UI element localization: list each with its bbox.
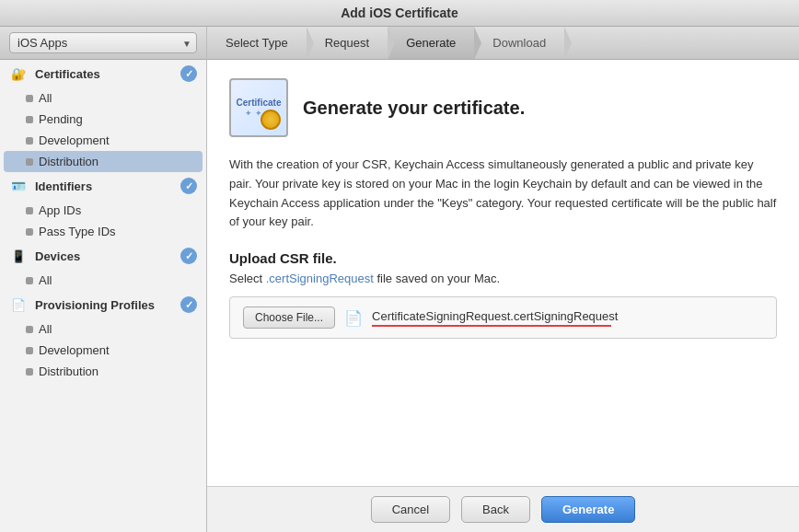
sidebar: iOS Apps Mac Apps tvOS Apps ▼ 🔐 Certific… [0, 27, 207, 532]
identifiers-section: 🪪 Identifiers ✓ App IDs Pass Type IDs [0, 172, 206, 242]
app-ids-label: App IDs [39, 203, 81, 217]
tab-generate-label: Generate [406, 36, 456, 50]
certificates-icon: 🔐 [11, 66, 26, 81]
devices-label: Devices [35, 249, 80, 263]
identifiers-section-header[interactable]: 🪪 Identifiers ✓ [0, 172, 206, 200]
pass-type-ids-label: Pass Type IDs [39, 225, 116, 238]
certificates-check-icon: ✓ [180, 65, 197, 82]
provisioning-icon: 📄 [11, 297, 26, 312]
sidebar-top: iOS Apps Mac Apps tvOS Apps ▼ [0, 27, 206, 60]
generate-header: Certificate ✦ ✦ ✦ Generate your certific… [229, 78, 777, 137]
app-type-dropdown-wrapper: iOS Apps Mac Apps tvOS Apps ▼ [9, 32, 197, 53]
pp-all-dot [26, 326, 33, 333]
generate-title: Generate your certificate. [303, 98, 525, 119]
cert-dev-dot [26, 137, 33, 145]
tab-download-label: Download [492, 36, 546, 50]
sidebar-item-pp-all[interactable]: All [0, 318, 206, 340]
provisioning-check-icon: ✓ [180, 296, 197, 313]
sidebar-item-cert-distribution[interactable]: Distribution [4, 151, 203, 172]
generate-button[interactable]: Generate [541, 496, 635, 523]
cert-seal [261, 110, 281, 130]
title-bar: Add iOS Certificate [0, 0, 799, 27]
provisioning-profiles-section: 📄 Provisioning Profiles ✓ All Developmen… [0, 291, 206, 382]
cert-signing-request-link[interactable]: .certSigningRequest [266, 272, 374, 285]
identifiers-check-icon: ✓ [180, 178, 197, 194]
file-upload-row: Choose File... 📄 CertificateSigningReque… [229, 296, 777, 339]
content-body: Certificate ✦ ✦ ✦ Generate your certific… [207, 60, 799, 486]
upload-section-title: Upload CSR file. [229, 250, 777, 266]
certificate-icon: Certificate ✦ ✦ ✦ [229, 78, 288, 137]
provisioning-profiles-label: Provisioning Profiles [35, 298, 155, 312]
content-area: Select Type Request Generate Download Ce… [207, 27, 799, 532]
sidebar-item-pp-development[interactable]: Development [0, 340, 206, 361]
devices-check-icon: ✓ [180, 248, 197, 264]
file-name: CertificateSigningRequest.certSigningReq… [372, 309, 618, 323]
file-underline-decoration [372, 325, 611, 327]
choose-file-button[interactable]: Choose File... [243, 306, 335, 329]
tab-request[interactable]: Request [307, 27, 388, 59]
cert-all-dot [26, 95, 33, 102]
cancel-button[interactable]: Cancel [371, 496, 450, 523]
tab-download[interactable]: Download [474, 27, 564, 59]
sidebar-item-pass-type-ids[interactable]: Pass Type IDs [0, 221, 206, 242]
cert-dist-dot [26, 158, 33, 166]
step-tabs: Select Type Request Generate Download [207, 27, 799, 60]
sidebar-item-pp-distribution[interactable]: Distribution [0, 361, 206, 382]
back-button[interactable]: Back [461, 496, 530, 523]
identifiers-icon: 🪪 [11, 179, 26, 193]
cert-pending-dot [26, 116, 33, 123]
body-text: With the creation of your CSR, Keychain … [229, 156, 777, 232]
content-footer: Cancel Back Generate [207, 486, 799, 532]
file-name-wrapper: CertificateSigningRequest.certSigningReq… [372, 309, 618, 327]
certificates-label: Certificates [35, 67, 100, 81]
devices-all-label: All [39, 273, 52, 287]
identifiers-label: Identifiers [35, 179, 92, 193]
sidebar-item-cert-development[interactable]: Development [0, 130, 206, 151]
sidebar-item-cert-pending[interactable]: Pending [0, 109, 206, 130]
pp-dev-dot [26, 347, 33, 354]
certificates-section-header[interactable]: 🔐 Certificates ✓ [0, 60, 206, 87]
tab-request-label: Request [325, 36, 369, 50]
tab-select-type-label: Select Type [226, 36, 288, 50]
upload-section-subtitle: Select .certSigningRequest file saved on… [229, 272, 777, 285]
pp-dist-dot [26, 368, 33, 376]
pp-all-label: All [39, 322, 52, 336]
sidebar-item-app-ids[interactable]: App IDs [0, 200, 206, 221]
cert-dist-label: Distribution [39, 155, 98, 168]
devices-icon: 📱 [11, 249, 26, 263]
devices-section: 📱 Devices ✓ All [0, 242, 206, 291]
provisioning-profiles-section-header[interactable]: 📄 Provisioning Profiles ✓ [0, 291, 206, 318]
devices-all-dot [26, 277, 33, 284]
sidebar-item-devices-all[interactable]: All [0, 270, 206, 291]
cert-pending-label: Pending [39, 112, 83, 126]
tab-generate[interactable]: Generate [388, 27, 474, 59]
pass-type-ids-dot [26, 228, 33, 236]
file-icon: 📄 [344, 309, 363, 327]
app-type-dropdown[interactable]: iOS Apps Mac Apps tvOS Apps [9, 32, 197, 53]
window-title: Add iOS Certificate [341, 6, 458, 20]
pp-dist-label: Distribution [39, 364, 98, 378]
pp-dev-label: Development [39, 343, 110, 357]
cert-dev-label: Development [39, 133, 110, 147]
cert-all-label: All [39, 91, 52, 105]
app-ids-dot [26, 207, 33, 214]
devices-section-header[interactable]: 📱 Devices ✓ [0, 242, 206, 270]
tab-select-type[interactable]: Select Type [207, 27, 307, 59]
certificates-section: 🔐 Certificates ✓ All Pending Development… [0, 60, 206, 172]
sidebar-item-cert-all[interactable]: All [0, 87, 206, 109]
